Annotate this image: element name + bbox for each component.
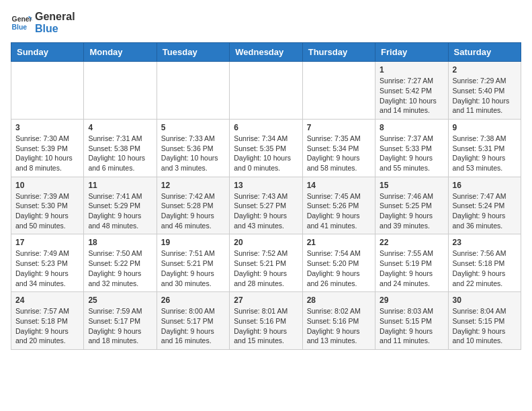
day-info: Sunrise: 7:55 AM Sunset: 5:19 PM Dayligh… <box>380 248 443 288</box>
calendar-cell: 22Sunrise: 7:55 AM Sunset: 5:19 PM Dayli… <box>375 234 448 292</box>
calendar-table: SundayMondayTuesdayWednesdayThursdayFrid… <box>11 42 521 350</box>
day-number: 6 <box>234 123 298 132</box>
day-info: Sunrise: 7:46 AM Sunset: 5:25 PM Dayligh… <box>380 191 443 231</box>
weekday-header-tuesday: Tuesday <box>157 43 229 62</box>
calendar-cell: 8Sunrise: 7:37 AM Sunset: 5:33 PM Daylig… <box>375 119 448 177</box>
day-info: Sunrise: 7:42 AM Sunset: 5:28 PM Dayligh… <box>161 191 225 231</box>
calendar-cell: 20Sunrise: 7:52 AM Sunset: 5:21 PM Dayli… <box>230 234 302 292</box>
day-info: Sunrise: 7:59 AM Sunset: 5:17 PM Dayligh… <box>88 306 152 346</box>
day-info: Sunrise: 7:35 AM Sunset: 5:34 PM Dayligh… <box>307 134 371 173</box>
day-info: Sunrise: 7:43 AM Sunset: 5:27 PM Dayligh… <box>234 191 298 231</box>
calendar-cell: 27Sunrise: 8:01 AM Sunset: 5:16 PM Dayli… <box>230 292 302 350</box>
calendar-cell: 26Sunrise: 8:00 AM Sunset: 5:17 PM Dayli… <box>157 292 229 350</box>
calendar-cell <box>302 62 375 120</box>
week-row-2: 3Sunrise: 7:30 AM Sunset: 5:39 PM Daylig… <box>11 119 521 177</box>
weekday-header-monday: Monday <box>84 43 157 62</box>
day-number: 25 <box>88 295 152 305</box>
day-number: 24 <box>15 295 79 305</box>
day-number: 22 <box>380 238 443 247</box>
page-header: General Blue General Blue <box>11 11 521 34</box>
week-row-3: 10Sunrise: 7:39 AM Sunset: 5:30 PM Dayli… <box>11 177 521 234</box>
day-number: 16 <box>453 181 517 190</box>
day-info: Sunrise: 7:30 AM Sunset: 5:39 PM Dayligh… <box>15 134 79 173</box>
day-number: 19 <box>161 238 225 247</box>
logo-text-general: General <box>35 11 75 23</box>
calendar-cell: 5Sunrise: 7:33 AM Sunset: 5:36 PM Daylig… <box>157 119 229 177</box>
logo-icon: General Blue <box>11 12 32 34</box>
day-number: 23 <box>453 238 517 247</box>
day-info: Sunrise: 7:38 AM Sunset: 5:31 PM Dayligh… <box>453 134 517 173</box>
weekday-header-row: SundayMondayTuesdayWednesdayThursdayFrid… <box>11 43 521 62</box>
calendar-cell: 7Sunrise: 7:35 AM Sunset: 5:34 PM Daylig… <box>302 119 375 177</box>
day-info: Sunrise: 7:31 AM Sunset: 5:38 PM Dayligh… <box>88 134 152 173</box>
calendar-cell: 6Sunrise: 7:34 AM Sunset: 5:35 PM Daylig… <box>230 119 302 177</box>
calendar-cell: 15Sunrise: 7:46 AM Sunset: 5:25 PM Dayli… <box>375 177 448 234</box>
calendar-cell: 2Sunrise: 7:29 AM Sunset: 5:40 PM Daylig… <box>448 62 521 120</box>
day-info: Sunrise: 8:04 AM Sunset: 5:15 PM Dayligh… <box>453 306 517 346</box>
day-info: Sunrise: 7:27 AM Sunset: 5:42 PM Dayligh… <box>380 76 443 116</box>
day-number: 9 <box>453 123 517 132</box>
day-info: Sunrise: 7:56 AM Sunset: 5:18 PM Dayligh… <box>453 248 517 288</box>
svg-text:Blue: Blue <box>12 23 28 30</box>
calendar-cell: 12Sunrise: 7:42 AM Sunset: 5:28 PM Dayli… <box>157 177 229 234</box>
weekday-header-thursday: Thursday <box>302 43 375 62</box>
weekday-header-saturday: Saturday <box>448 43 521 62</box>
calendar-cell <box>230 62 302 120</box>
calendar-cell: 28Sunrise: 8:02 AM Sunset: 5:16 PM Dayli… <box>302 292 375 350</box>
day-info: Sunrise: 7:57 AM Sunset: 5:18 PM Dayligh… <box>15 306 79 346</box>
calendar-cell <box>84 62 157 120</box>
day-number: 8 <box>380 123 443 132</box>
calendar-cell: 23Sunrise: 7:56 AM Sunset: 5:18 PM Dayli… <box>448 234 521 292</box>
calendar-cell: 14Sunrise: 7:45 AM Sunset: 5:26 PM Dayli… <box>302 177 375 234</box>
day-info: Sunrise: 8:02 AM Sunset: 5:16 PM Dayligh… <box>307 306 371 346</box>
day-info: Sunrise: 7:41 AM Sunset: 5:29 PM Dayligh… <box>88 191 152 231</box>
day-number: 20 <box>234 238 298 247</box>
calendar-cell: 18Sunrise: 7:50 AM Sunset: 5:22 PM Dayli… <box>84 234 157 292</box>
calendar-cell: 21Sunrise: 7:54 AM Sunset: 5:20 PM Dayli… <box>302 234 375 292</box>
calendar-cell <box>157 62 229 120</box>
calendar-cell: 19Sunrise: 7:51 AM Sunset: 5:21 PM Dayli… <box>157 234 229 292</box>
weekday-header-friday: Friday <box>375 43 448 62</box>
day-number: 10 <box>15 181 79 190</box>
calendar-cell: 13Sunrise: 7:43 AM Sunset: 5:27 PM Dayli… <box>230 177 302 234</box>
week-row-4: 17Sunrise: 7:49 AM Sunset: 5:23 PM Dayli… <box>11 234 521 292</box>
day-number: 29 <box>380 295 443 305</box>
day-number: 28 <box>307 295 371 305</box>
week-row-5: 24Sunrise: 7:57 AM Sunset: 5:18 PM Dayli… <box>11 292 521 350</box>
day-number: 13 <box>234 181 298 190</box>
day-number: 1 <box>380 65 443 75</box>
calendar-cell: 11Sunrise: 7:41 AM Sunset: 5:29 PM Dayli… <box>84 177 157 234</box>
day-number: 12 <box>161 181 225 190</box>
day-info: Sunrise: 8:01 AM Sunset: 5:16 PM Dayligh… <box>234 306 298 346</box>
day-info: Sunrise: 8:00 AM Sunset: 5:17 PM Dayligh… <box>161 306 225 346</box>
day-number: 21 <box>307 238 371 247</box>
day-info: Sunrise: 7:52 AM Sunset: 5:21 PM Dayligh… <box>234 248 298 288</box>
day-number: 5 <box>161 123 225 132</box>
day-number: 14 <box>307 181 371 190</box>
day-info: Sunrise: 7:29 AM Sunset: 5:40 PM Dayligh… <box>453 76 517 116</box>
day-info: Sunrise: 7:50 AM Sunset: 5:22 PM Dayligh… <box>88 248 152 288</box>
day-number: 4 <box>88 123 152 132</box>
calendar-cell: 16Sunrise: 7:47 AM Sunset: 5:24 PM Dayli… <box>448 177 521 234</box>
calendar-cell: 1Sunrise: 7:27 AM Sunset: 5:42 PM Daylig… <box>375 62 448 120</box>
day-number: 18 <box>88 238 152 247</box>
calendar-cell: 4Sunrise: 7:31 AM Sunset: 5:38 PM Daylig… <box>84 119 157 177</box>
day-number: 2 <box>453 65 517 75</box>
day-number: 30 <box>453 295 517 305</box>
calendar-cell: 24Sunrise: 7:57 AM Sunset: 5:18 PM Dayli… <box>11 292 84 350</box>
logo: General Blue General Blue <box>11 11 75 34</box>
day-info: Sunrise: 7:39 AM Sunset: 5:30 PM Dayligh… <box>15 191 79 231</box>
day-info: Sunrise: 7:47 AM Sunset: 5:24 PM Dayligh… <box>453 191 517 231</box>
day-number: 26 <box>161 295 225 305</box>
day-number: 7 <box>307 123 371 132</box>
day-info: Sunrise: 7:51 AM Sunset: 5:21 PM Dayligh… <box>161 248 225 288</box>
day-info: Sunrise: 7:49 AM Sunset: 5:23 PM Dayligh… <box>15 248 79 288</box>
day-number: 3 <box>15 123 79 132</box>
logo-text-blue: Blue <box>35 23 75 35</box>
day-number: 11 <box>88 181 152 190</box>
calendar-cell: 30Sunrise: 8:04 AM Sunset: 5:15 PM Dayli… <box>448 292 521 350</box>
calendar-cell: 25Sunrise: 7:59 AM Sunset: 5:17 PM Dayli… <box>84 292 157 350</box>
weekday-header-sunday: Sunday <box>11 43 84 62</box>
day-info: Sunrise: 7:37 AM Sunset: 5:33 PM Dayligh… <box>380 134 443 173</box>
day-info: Sunrise: 7:34 AM Sunset: 5:35 PM Dayligh… <box>234 134 298 173</box>
